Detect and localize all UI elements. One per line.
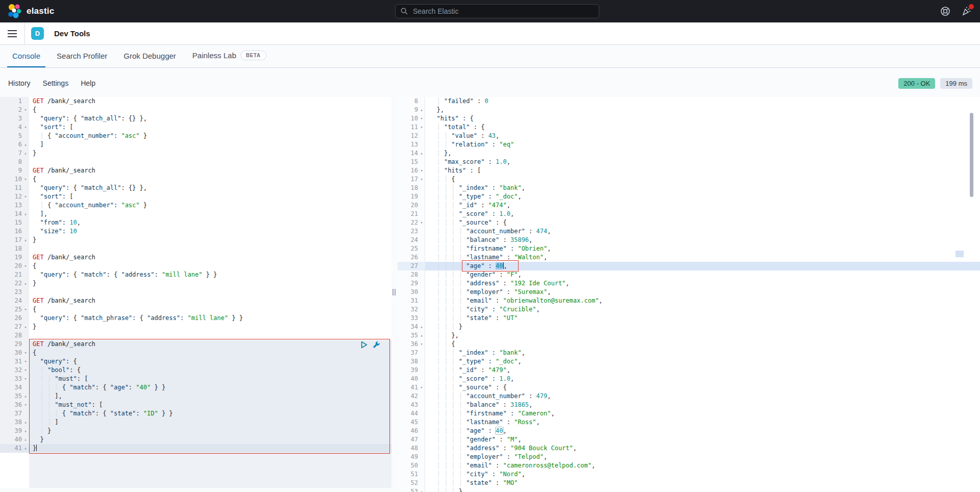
response-line[interactable]: 43 │ │ │ │ "balance" : 31865, <box>398 401 980 409</box>
request-line[interactable]: 28 <box>0 331 391 340</box>
response-line[interactable]: 13 │ │ "relation" : "eq" <box>398 140 980 149</box>
elastic-brand[interactable]: elastic <box>7 4 54 19</box>
newsfeed-button[interactable] <box>962 6 972 16</box>
request-line[interactable]: 24GET /bank/_search <box>0 297 391 305</box>
help-button[interactable] <box>940 6 950 16</box>
request-line[interactable]: 17▴} <box>0 236 391 244</box>
response-line[interactable]: 25 │ │ │ │ "firstname" : "Obrien", <box>398 244 980 253</box>
response-line[interactable]: 50 │ │ │ │ "email" : "cameronross@telpod… <box>398 461 980 470</box>
response-line[interactable]: 17▾ │ │ { <box>398 175 980 184</box>
request-line[interactable]: 2▾{ <box>0 106 391 114</box>
response-line[interactable]: 34▴ │ │ │ } <box>398 323 980 331</box>
fold-toggle-icon[interactable]: ▾ <box>22 349 29 357</box>
request-line[interactable]: 11 "query": { "match_all": {} }, <box>0 184 391 192</box>
response-line[interactable]: 36▾ │ │ { <box>398 340 980 349</box>
fold-toggle-icon[interactable]: ▾ <box>22 375 29 383</box>
response-line[interactable]: 20 │ │ │ "_id" : "474", <box>398 201 980 210</box>
response-line[interactable]: 51 │ │ │ │ "city" : "Nord", <box>398 470 980 479</box>
response-line[interactable]: 29 │ │ │ │ "address" : "192 Ide Court", <box>398 279 980 288</box>
response-line[interactable]: 30 │ │ │ │ "employer" : "Suremax", <box>398 288 980 297</box>
response-line[interactable]: 49 │ │ │ │ "employer" : "Telpod", <box>398 453 980 461</box>
response-line[interactable]: 19 │ │ │ "_type" : "_doc", <box>398 192 980 201</box>
send-request-play-icon[interactable] <box>360 341 368 349</box>
fold-toggle-icon[interactable]: ▴ <box>22 210 29 218</box>
menu-settings[interactable]: Settings <box>43 79 69 87</box>
fold-toggle-icon[interactable]: ▾ <box>418 114 425 123</box>
request-line[interactable]: 34 │ │ │ { "match": { "age": "40" } } <box>0 383 391 392</box>
fold-toggle-icon[interactable]: ▾ <box>418 123 425 132</box>
fold-toggle-icon[interactable]: ▾ <box>22 262 29 270</box>
request-options-wrench-icon[interactable] <box>373 341 380 349</box>
request-line[interactable]: 27▴} <box>0 323 391 331</box>
response-line[interactable]: 52 │ │ │ │ "state" : "MO" <box>398 479 980 487</box>
fold-toggle-icon[interactable]: ▴ <box>22 323 29 331</box>
resize-handle-icon[interactable] <box>393 289 397 296</box>
request-line[interactable]: 4▾ "sort": [ <box>0 123 391 132</box>
request-line[interactable]: 21 "query": { "match": { "address": "mil… <box>0 270 391 279</box>
tab-console[interactable]: Console <box>7 45 45 67</box>
fold-toggle-icon[interactable]: ▴ <box>22 418 29 427</box>
request-line[interactable]: 3 "query": { "match_all": {} }, <box>0 114 391 123</box>
fold-toggle-icon[interactable]: ▾ <box>22 366 29 375</box>
response-line[interactable]: 21 │ │ │ "_score" : 1.0, <box>398 210 980 218</box>
fold-toggle-icon[interactable]: ▴ <box>22 140 29 149</box>
fold-toggle-icon[interactable]: ▾ <box>22 192 29 201</box>
response-line[interactable]: 11▾ │ "total" : { <box>398 123 980 132</box>
pane-resize-divider[interactable] <box>391 97 398 492</box>
fold-toggle-icon[interactable]: ▴ <box>22 236 29 244</box>
response-line[interactable]: 44 │ │ │ │ "firstname" : "Cameron", <box>398 409 980 418</box>
response-line[interactable]: 35▴ │ │ }, <box>398 331 980 340</box>
request-line[interactable]: 25▾{ <box>0 305 391 314</box>
response-line[interactable]: 41▾ │ │ │ "_source" : { <box>398 383 980 392</box>
response-line[interactable]: 26 │ │ │ │ "lastname" : "Walton", <box>398 253 980 262</box>
nav-menu-button[interactable] <box>0 22 25 44</box>
request-line[interactable]: 30▾{ <box>0 349 391 357</box>
response-viewer-pane[interactable]: 8 │ "failed" : 09▴ },10▾ "hits" : {11▾ │… <box>398 97 980 492</box>
response-line[interactable]: 15 │ "max_score" : 1.0, <box>398 158 980 166</box>
request-line[interactable]: 7▴} <box>0 149 391 158</box>
response-line[interactable]: 37 │ │ │ "_index" : "bank", <box>398 349 980 357</box>
response-line[interactable]: 27 │ │ │ │ "age" : 40, <box>398 262 980 270</box>
request-line[interactable]: 31▾ "query": { <box>0 357 391 366</box>
request-line[interactable]: 39▴ │ } <box>0 427 391 435</box>
request-editor-pane[interactable]: 1GET /bank/_search2▾{3 "query": { "match… <box>0 97 391 492</box>
request-line[interactable]: 38▴ │ │ ] <box>0 418 391 427</box>
response-line[interactable]: 12 │ │ "value" : 43, <box>398 132 980 140</box>
fold-toggle-icon[interactable]: ▴ <box>22 444 29 453</box>
response-line[interactable]: 46 │ │ │ │ "age" : 40, <box>398 427 980 435</box>
request-line[interactable]: 37 │ │ │ { "match": { "state": "ID" } } <box>0 409 391 418</box>
fold-toggle-icon[interactable]: ▴ <box>22 149 29 158</box>
fold-toggle-icon[interactable]: ▾ <box>418 383 425 392</box>
request-line[interactable]: 22▴} <box>0 279 391 288</box>
request-line[interactable]: 6▴ ] <box>0 140 391 149</box>
request-line[interactable]: 26 "query": { "match_phrase": { "address… <box>0 314 391 323</box>
response-line[interactable]: 16▾ │ "hits" : [ <box>398 166 980 175</box>
request-line[interactable]: 41▴} <box>0 444 391 453</box>
response-line[interactable]: 42 │ │ │ │ "account_number" : 479, <box>398 392 980 401</box>
request-line[interactable]: 29GET /bank/_search <box>0 340 391 349</box>
request-line[interactable]: 32▾ │ "bool": { <box>0 366 391 375</box>
global-search[interactable] <box>395 4 599 18</box>
request-line[interactable]: 5 │ { "account_number": "asc" } <box>0 132 391 140</box>
search-input[interactable] <box>412 7 582 16</box>
fold-toggle-icon[interactable]: ▴ <box>418 323 425 331</box>
request-line[interactable]: 33▾ │ │ "must": [ <box>0 375 391 383</box>
request-line[interactable]: 12▾ "sort": [ <box>0 192 391 201</box>
response-line[interactable]: 24 │ │ │ │ "balance" : 35896, <box>398 236 980 244</box>
response-line[interactable]: 53▴ │ │ │ } <box>398 487 980 492</box>
fold-toggle-icon[interactable]: ▴ <box>22 427 29 435</box>
fold-toggle-icon[interactable]: ▴ <box>418 149 425 158</box>
request-line[interactable]: 18 <box>0 244 391 253</box>
response-line[interactable]: 10▾ "hits" : { <box>398 114 980 123</box>
response-scrollbar-thumb[interactable] <box>970 113 973 197</box>
request-line[interactable]: 19GET /bank/_search <box>0 253 391 262</box>
menu-help[interactable]: Help <box>81 79 95 87</box>
request-line[interactable]: 10▾{ <box>0 175 391 184</box>
fold-toggle-icon[interactable]: ▾ <box>22 123 29 132</box>
menu-history[interactable]: History <box>8 79 31 87</box>
response-line[interactable]: 31 │ │ │ │ "email" : "obrienwalton@surem… <box>398 297 980 305</box>
fold-toggle-icon[interactable]: ▾ <box>22 401 29 409</box>
response-line[interactable]: 48 │ │ │ │ "address" : "904 Bouck Court"… <box>398 444 980 453</box>
fold-toggle-icon[interactable]: ▾ <box>418 218 425 227</box>
response-line[interactable]: 14▴ │ }, <box>398 149 980 158</box>
